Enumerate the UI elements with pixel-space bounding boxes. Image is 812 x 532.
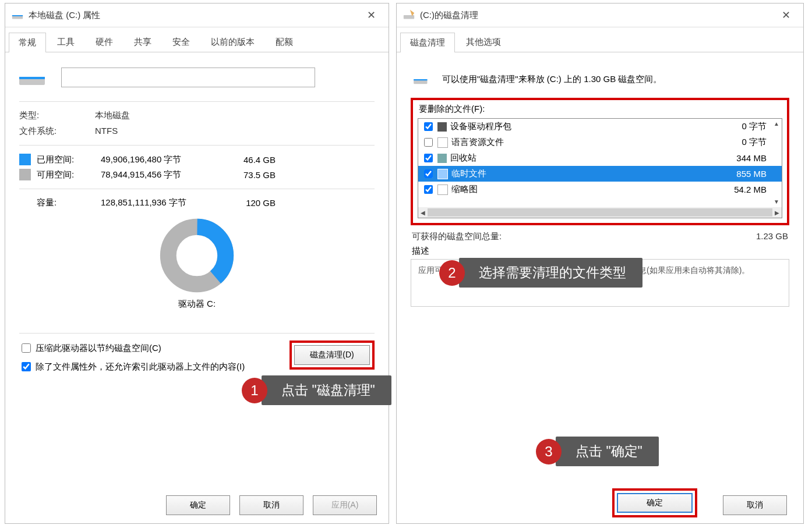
properties-dialog: 本地磁盘 (C:) 属性 ✕ 常规 工具 硬件 共享 安全 以前的版本 配额 类… [5,3,389,524]
disk-cleanup-button[interactable]: 磁盘清理(D) [294,345,370,365]
free-bytes: 78,944,915,456 字节 [101,169,229,180]
content: 类型:本地磁盘 文件系统:NTFS 已用空间: 49,906,196,480 字… [5,52,389,389]
apply-button[interactable]: 应用(A) [313,495,377,515]
files-listbox[interactable]: 设备驱动程序包 0 字节 语言资源文件 0 字节 回收站 344 MB 临时文件… [418,118,782,218]
capacity-bytes: 128,851,111,936 字节 [101,197,229,208]
drive-label: 驱动器 C: [19,299,375,310]
callout-number: 1 [242,378,267,403]
item-size: 855 MB [714,169,778,179]
cleanup-highlight-box: 磁盘清理(D) [290,341,375,370]
item-name: 回收站 [450,152,476,164]
tab-sharing[interactable]: 共享 [124,32,161,52]
gain-value: 1.23 GB [756,231,788,242]
item-size: 0 字节 [714,121,778,132]
dialog-title: (C:)的磁盘清理 [420,10,478,21]
file-icon [437,169,448,179]
drive-icon [11,9,24,22]
used-bytes: 49,906,196,480 字节 [101,154,229,165]
recycle-bin-icon [437,154,447,163]
item-size: 54.2 MB [714,185,778,194]
file-icon [437,137,448,148]
item-checkbox[interactable] [424,154,433,162]
fs-label: 文件系统: [19,126,95,137]
scroll-right-icon[interactable]: ▶ [772,210,782,216]
close-icon[interactable]: ✕ [774,3,797,27]
description-label: 描述 [412,246,789,257]
item-checkbox[interactable] [424,185,433,194]
index-label: 除了文件属性外，还允许索引此驱动器上文件的内容(I) [36,361,245,373]
callout-3: 3 点击 "确定" [536,437,659,466]
free-color-swatch [19,169,31,180]
horizontal-scrollbar[interactable]: ◀ ▶ [418,207,782,218]
capacity-label: 容量: [37,197,101,208]
tab-quota[interactable]: 配额 [266,32,303,52]
tab-previous-versions[interactable]: 以前的版本 [201,32,264,52]
tab-general[interactable]: 常规 [9,33,46,52]
cleanup-info-icon [411,71,432,87]
svg-rect-8 [414,79,427,80]
list-item: 回收站 344 MB [418,150,782,166]
capacity-gb: 120 GB [229,198,276,208]
used-gb: 46.4 GB [229,155,276,165]
scroll-up-icon[interactable]: ▲ [772,119,781,129]
tab-hardware[interactable]: 硬件 [86,32,123,52]
callout-number: 3 [536,439,562,464]
callout-text: 点击 "磁盘清理" [262,375,391,405]
scrollbar-track[interactable] [428,208,772,217]
svg-rect-3 [19,77,45,79]
item-name: 临时文件 [451,168,486,179]
type-label: 类型: [19,110,95,121]
item-size: 0 字节 [714,137,778,148]
compress-checkbox[interactable] [22,343,31,353]
tab-security[interactable]: 安全 [163,32,200,52]
filelist-highlight-box: 要删除的文件(F): 设备驱动程序包 0 字节 语言资源文件 0 字节 回收站 … [411,98,789,225]
tab-disk-cleanup[interactable]: 磁盘清理 [400,33,455,52]
tab-more-options[interactable]: 其他选项 [456,32,511,52]
usage-donut-chart [159,218,235,293]
titlebar: (C:)的磁盘清理 ✕ [397,3,803,27]
tab-tools[interactable]: 工具 [47,32,84,52]
item-checkbox[interactable] [424,138,433,147]
volume-name-input[interactable] [61,68,315,87]
callout-2: 2 选择需要清理的文件类型 [439,258,642,288]
index-checkbox[interactable] [22,362,31,371]
item-checkbox[interactable] [424,169,433,178]
cancel-button[interactable]: 取消 [723,495,787,515]
item-name: 语言资源文件 [451,137,504,148]
item-size: 344 MB [714,153,778,163]
ok-button[interactable]: 确定 [166,495,230,515]
package-icon [437,122,447,132]
used-label: 已用空间: [37,154,101,165]
callout-text: 选择需要清理的文件类型 [459,258,642,288]
callout-text: 点击 "确定" [556,437,659,466]
cancel-button[interactable]: 取消 [239,495,303,515]
list-item: 语言资源文件 0 字节 [418,134,782,150]
tabs: 磁盘清理 其他选项 [397,32,803,52]
scroll-down-icon[interactable]: ▼ [772,197,781,207]
callout-number: 2 [439,260,465,286]
info-text: 可以使用"磁盘清理"来释放 (C:) 上的 1.30 GB 磁盘空间。 [442,74,662,85]
free-label: 可用空间: [37,169,101,180]
file-icon [437,185,448,195]
item-name: 缩略图 [451,184,478,195]
dialog-title: 本地磁盘 (C:) 属性 [29,10,100,21]
scroll-left-icon[interactable]: ◀ [418,210,428,216]
item-name: 设备驱动程序包 [450,121,511,132]
cleanup-icon [403,9,415,22]
svg-rect-1 [12,15,23,16]
list-item: 设备驱动程序包 0 字节 [418,119,782,134]
close-icon[interactable]: ✕ [359,3,383,27]
fs-value: NTFS [95,126,118,137]
type-value: 本地磁盘 [95,110,130,121]
svg-rect-6 [404,15,414,19]
tabs: 常规 工具 硬件 共享 安全 以前的版本 配额 [5,32,389,52]
compress-label: 压缩此驱动器以节约磁盘空间(C) [36,343,161,354]
list-item: 临时文件 855 MB [418,166,782,182]
titlebar: 本地磁盘 (C:) 属性 ✕ [5,3,389,27]
list-item: 缩略图 54.2 MB [418,182,782,197]
used-color-swatch [19,154,31,165]
item-checkbox[interactable] [424,122,433,131]
gain-label: 可获得的磁盘空间总量: [412,231,502,242]
files-to-delete-label: 要删除的文件(F): [419,104,782,115]
free-gb: 73.5 GB [229,170,276,180]
